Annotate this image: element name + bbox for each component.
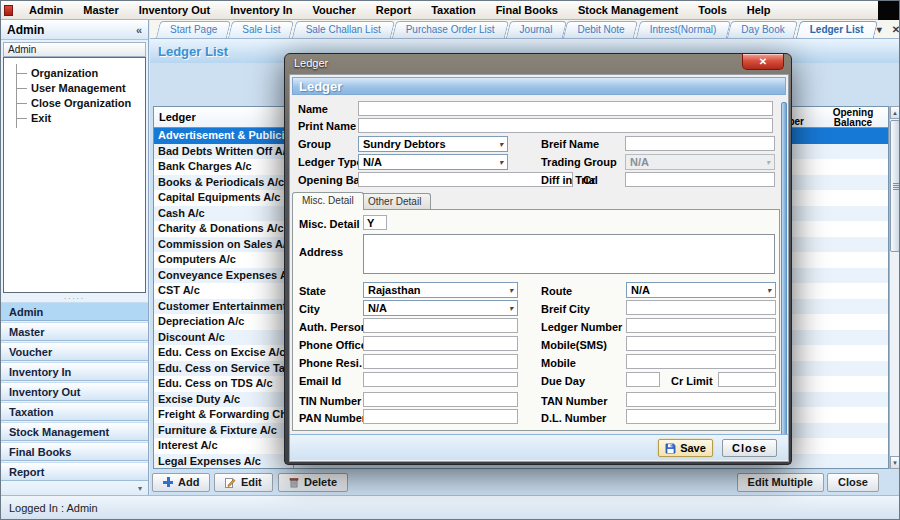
accordion-master[interactable]: Master bbox=[1, 322, 148, 341]
tab-ledger-list[interactable]: Ledger List bbox=[798, 21, 876, 38]
due-day-field[interactable] bbox=[626, 372, 660, 387]
tab-overflow-icon[interactable]: ▾ bbox=[877, 25, 882, 35]
phone-office-field[interactable] bbox=[363, 336, 518, 351]
tab-controls: ▾ ✕ bbox=[877, 25, 900, 38]
tab-day-book[interactable]: Day Book bbox=[729, 21, 796, 38]
menu-item-inventory-in[interactable]: Inventory In bbox=[220, 1, 302, 20]
ledger-row-label: CST A/c bbox=[154, 283, 294, 299]
tab-debit-note[interactable]: Debit Note bbox=[565, 21, 636, 38]
accordion-admin[interactable]: Admin bbox=[1, 302, 148, 321]
cr-limit-field[interactable] bbox=[718, 372, 776, 387]
state-dropdown[interactable]: Rajasthan▾ bbox=[363, 282, 518, 298]
collapse-sidebar-icon[interactable]: « bbox=[136, 24, 142, 36]
mobile-field[interactable] bbox=[626, 354, 776, 369]
ledger-row-label: Discount A/c bbox=[154, 330, 294, 346]
scroll-up-arrow-icon[interactable]: ▲ bbox=[890, 106, 900, 119]
save-button[interactable]: Save bbox=[658, 439, 713, 457]
menu-item-report[interactable]: Report bbox=[366, 1, 421, 20]
address-label: Address bbox=[299, 246, 343, 258]
menu-item-stock-management[interactable]: Stock Management bbox=[568, 1, 688, 20]
dialog-close-button[interactable]: Close bbox=[722, 439, 777, 457]
menu-item-taxation[interactable]: Taxation bbox=[421, 1, 485, 20]
menu-item-master[interactable]: Master bbox=[73, 1, 128, 20]
menu-item-tools[interactable]: Tools bbox=[688, 1, 737, 20]
tab-close-icon[interactable]: ✕ bbox=[892, 25, 900, 35]
group-dropdown[interactable]: Sundry Debtors▾ bbox=[358, 136, 508, 152]
tab-journal[interactable]: Journal bbox=[508, 21, 565, 38]
pan-number-field[interactable] bbox=[363, 409, 518, 424]
tin-number-field[interactable] bbox=[363, 392, 518, 407]
dialog-titlebar[interactable]: Ledger ✕ bbox=[285, 54, 791, 74]
tab-sale-list[interactable]: Sale List bbox=[230, 21, 292, 38]
edit-button[interactable]: Edit bbox=[214, 473, 273, 492]
vertical-scrollbar[interactable]: ▲ ▼ bbox=[889, 106, 900, 469]
ledger-row-label: Conveyance Expenses A/c bbox=[154, 268, 294, 284]
column-header-opening-balance[interactable]: Opening Balance bbox=[822, 108, 884, 128]
ledger-number-field[interactable] bbox=[626, 318, 776, 333]
breif-city-field[interactable] bbox=[626, 300, 776, 315]
accordion-taxation[interactable]: Taxation bbox=[1, 402, 148, 421]
ledger-row-label: Commission on Sales A/c bbox=[154, 237, 294, 253]
phone-resi-field[interactable] bbox=[363, 354, 518, 369]
email-id-field[interactable] bbox=[363, 372, 518, 387]
sidebar-splitter-handle[interactable]: ..... bbox=[1, 293, 148, 301]
tab-sale-challan-list[interactable]: Sale Challan List bbox=[294, 21, 393, 38]
ledger-row-label: Legal Expenses A/c bbox=[154, 454, 294, 470]
edit-multiple-button[interactable]: Edit Multiple bbox=[737, 473, 824, 492]
due-day-label: Due Day bbox=[541, 375, 585, 387]
dl-number-field[interactable] bbox=[626, 409, 776, 424]
sidebar-group-header[interactable]: Admin bbox=[3, 42, 146, 57]
address-field[interactable] bbox=[363, 234, 775, 274]
accordion-inventory-in[interactable]: Inventory In bbox=[1, 362, 148, 381]
scrollbar-thumb[interactable] bbox=[890, 120, 900, 252]
auth-person-field[interactable] bbox=[363, 318, 518, 333]
tree-item-close-organization[interactable]: Close Organization bbox=[17, 96, 145, 110]
tan-number-field[interactable] bbox=[626, 392, 776, 407]
add-button[interactable]: Add bbox=[152, 473, 210, 492]
breif-name-field[interactable] bbox=[625, 136, 775, 151]
city-dropdown[interactable]: N/A▾ bbox=[363, 300, 518, 316]
ledger-row-label: Edu. Cess on Excise A/c bbox=[154, 345, 294, 361]
tab-purchase-order-list[interactable]: Purchase Order List bbox=[394, 21, 507, 38]
tab-start-page[interactable]: Start Page bbox=[158, 21, 229, 38]
accordion-voucher[interactable]: Voucher bbox=[1, 342, 148, 361]
route-dropdown[interactable]: N/A▾ bbox=[626, 282, 776, 298]
diff-in-trial-field[interactable] bbox=[625, 172, 775, 187]
tab-intrest-normal[interactable]: Intrest(Normal) bbox=[638, 21, 729, 38]
status-bar: Logged In : Admin bbox=[1, 495, 900, 519]
accordion-final-books[interactable]: Final Books bbox=[1, 442, 148, 461]
tab-other-detail[interactable]: Other Detail bbox=[358, 193, 431, 210]
name-field[interactable] bbox=[358, 101, 773, 116]
ledger-row-label: Depreciation A/c bbox=[154, 314, 294, 330]
menu-item-help[interactable]: Help bbox=[737, 1, 781, 20]
menu-item-final-books[interactable]: Final Books bbox=[486, 1, 568, 20]
print-name-field[interactable] bbox=[358, 118, 773, 133]
menu-item-voucher[interactable]: Voucher bbox=[303, 1, 366, 20]
dialog-scrollbar[interactable] bbox=[781, 102, 787, 439]
menu-item-admin[interactable]: Admin bbox=[19, 1, 73, 20]
misc-detail-label: Misc. Detail bbox=[299, 218, 360, 230]
tab-misc-detail[interactable]: Misc. Detail bbox=[292, 192, 364, 210]
tree-item-user-management[interactable]: User Management bbox=[17, 81, 145, 95]
application-window: Admin Master Inventory Out Inventory In … bbox=[0, 0, 900, 520]
menu-item-inventory-out[interactable]: Inventory Out bbox=[129, 1, 221, 20]
column-header-ledger[interactable]: Ledger bbox=[159, 111, 196, 123]
accordion-overflow-icon[interactable]: ▾ bbox=[138, 484, 142, 493]
document-tab-bar: Start Page Sale List Sale Challan List P… bbox=[150, 20, 900, 39]
accordion-inventory-out[interactable]: Inventory Out bbox=[1, 382, 148, 401]
delete-button[interactable]: Delete bbox=[278, 473, 348, 492]
ledger-type-dropdown[interactable]: N/A▾ bbox=[358, 154, 508, 170]
dialog-close-icon[interactable]: ✕ bbox=[742, 54, 784, 70]
dl-number-label: D.L. Number bbox=[541, 412, 606, 424]
tree-item-organization[interactable]: Organization bbox=[17, 66, 145, 80]
ledger-dialog: Ledger ✕ Ledger Name Print Name Group Su… bbox=[284, 53, 792, 465]
accordion-report[interactable]: Report bbox=[1, 462, 148, 481]
close-list-button[interactable]: Close bbox=[827, 473, 879, 492]
ledger-row-label: Excise Duty A/c bbox=[154, 392, 294, 408]
mobile-sms-field[interactable] bbox=[626, 336, 776, 351]
tree-item-exit[interactable]: Exit bbox=[17, 111, 145, 125]
misc-detail-field[interactable] bbox=[363, 215, 387, 230]
scroll-down-arrow-icon[interactable]: ▼ bbox=[890, 456, 900, 469]
accordion-stock-management[interactable]: Stock Management bbox=[1, 422, 148, 441]
trading-group-dropdown: N/A▾ bbox=[625, 154, 775, 170]
